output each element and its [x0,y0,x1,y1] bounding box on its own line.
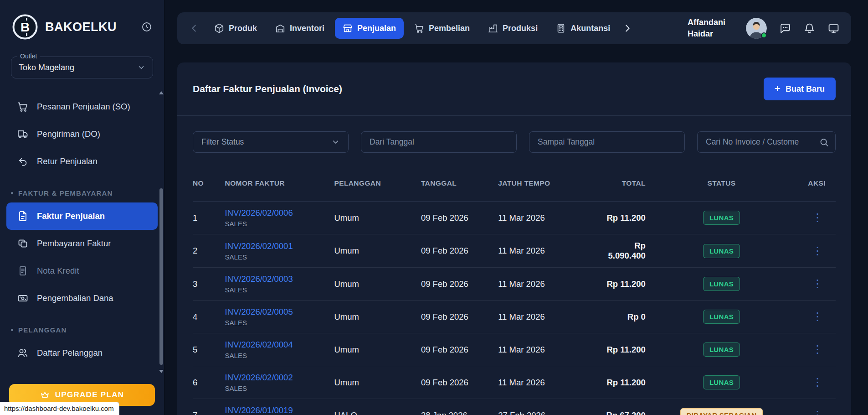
sidebar-item-retur-penjualan[interactable]: Retur Penjualan [6,148,158,175]
cell-customer: Umum [334,366,421,399]
invoice-type: SALES [225,352,334,359]
invoice-list-card: Daftar Faktur Penjualan (Invoice) + Buat… [177,62,851,415]
bell-icon[interactable] [804,23,815,34]
cell-actions: ⋮ [787,234,836,268]
status-bar-url: https://dashboard-dev.bakoelku.com [0,402,119,415]
nav-item-akuntansi[interactable]: Akuntansi [548,18,618,39]
sidebar-item-pembayaran-faktur[interactable]: Pembayaran Faktur [6,230,158,257]
cell-actions: ⋮ [787,301,836,333]
sidebar-item-faktur-penjualan[interactable]: Faktur Penjualan [6,202,158,230]
scrollbar-thumb[interactable] [159,188,163,365]
return-icon [17,156,28,167]
topbar: ProdukInventoriPenjualanPembelianProduks… [177,12,851,44]
invoice-link[interactable]: INV/2026/02/0002 [225,373,293,382]
nav-item-inventori[interactable]: Inventori [267,18,332,39]
page-title: Daftar Faktur Penjualan (Invoice) [193,83,342,94]
row-actions-button[interactable]: ⋮ [809,377,826,388]
sidebar-item-nota-kredit[interactable]: Nota Kredit [6,257,158,285]
truck-icon [17,129,28,140]
history-icon[interactable] [141,21,152,32]
avatar[interactable] [746,18,767,39]
invoice-link[interactable]: INV/2026/02/0006 [225,208,293,218]
invoice-link[interactable]: INV/2026/02/0004 [225,340,293,349]
sidebar-item-label: Pengiriman (DO) [37,129,100,139]
monitor-icon[interactable] [828,23,839,34]
invoice-link[interactable]: INV/2026/02/0005 [225,307,293,316]
cell-date: 09 Feb 2026 [421,366,498,399]
row-actions-button[interactable]: ⋮ [809,278,826,289]
sidebar-item-label: Retur Penjualan [37,156,98,166]
sidebar-item-pengembalian-dana[interactable]: Pengembalian Dana [6,285,158,312]
scroll-down-arrow-icon[interactable] [159,370,164,373]
sidebar-item-daftar-pelanggan[interactable]: Daftar Pelanggan [6,339,158,367]
invoice-row: 4INV/2026/02/0005SALESUmum09 Feb 202611 … [193,301,836,333]
invoice-link[interactable]: INV/2026/02/0001 [225,241,293,251]
create-invoice-button[interactable]: + Buat Baru [764,78,836,100]
payment-icon [17,238,28,249]
row-actions-button[interactable]: ⋮ [809,311,826,322]
app-root: B BAKOELKU Outlet Toko Magelang Pesanan … [0,0,868,415]
row-actions-button[interactable]: ⋮ [809,245,826,256]
section-bullet-icon [11,192,13,194]
sidebar-item-pesanan-penjualan-so[interactable]: Pesanan Penjualan (SO) [6,93,158,120]
chat-icon[interactable] [780,23,791,34]
nav-item-produk[interactable]: Produk [206,18,265,39]
cell-no: 4 [193,301,225,333]
status-badge: LUNAS [703,375,740,389]
sidebar-scrollbar[interactable] [159,91,164,373]
sidebar-menu: Pesanan Penjualan (SO)Pengiriman (DO)Ret… [0,93,164,367]
invoice-type: SALES [225,319,334,327]
invoice-row: 2INV/2026/02/0001SALESUmum09 Feb 202611 … [193,234,836,268]
cell-status: LUNAS [656,333,787,366]
date-to-input[interactable] [529,131,685,153]
search-field [697,131,836,153]
search-input[interactable] [697,131,836,153]
main-area: ProdukInventoriPenjualanPembelianProduks… [164,0,868,415]
chevron-down-icon [137,63,145,72]
row-actions-button[interactable]: ⋮ [809,410,826,415]
svg-text:B: B [21,20,30,34]
column-header-status: STATUS [656,171,787,202]
cell-actions: ⋮ [787,366,836,399]
sidebar-item-pengiriman-do[interactable]: Pengiriman (DO) [6,120,158,148]
sidebar: B BAKOELKU Outlet Toko Magelang Pesanan … [0,0,164,415]
invoice-link[interactable]: INV/2026/02/0003 [225,274,293,284]
cell-no: 7 [193,399,225,415]
cell-total: Rp 11.200 [595,268,656,301]
row-actions-button[interactable]: ⋮ [809,212,826,223]
brand-logo-icon: B [12,14,38,40]
refund-icon [17,293,28,304]
cell-no: 2 [193,234,225,268]
status-filter-select[interactable]: Filter Status [193,131,349,153]
column-header-jatuh-tempo: JATUH TEMPO [498,171,595,202]
cell-due-date: 11 Mar 2026 [498,366,595,399]
nav-item-label: Penjualan [357,24,396,33]
column-header-tanggal: TANGGAL [421,171,498,202]
column-header-pelanggan: PELANGGAN [334,171,421,202]
date-from-input[interactable] [361,131,517,153]
outlet-selector[interactable]: Outlet Toko Magelang [11,57,153,78]
cell-due-date: 11 Mar 2026 [498,333,595,366]
cell-date: 09 Feb 2026 [421,202,498,234]
column-header-aksi: AKSI [787,171,836,202]
row-actions-button[interactable]: ⋮ [809,344,826,355]
sidebar-item-label: Pesanan Penjualan (SO) [37,102,130,112]
nav-item-label: Produk [229,24,257,33]
cell-status: LUNAS [656,301,787,333]
nav-item-label: Pembelian [429,24,470,33]
sidebar-section-faktur-pembayaran: FAKTUR & PEMBAYARAN [6,188,158,198]
nav-prev-icon[interactable] [189,23,199,33]
nav-item-pembelian[interactable]: Pembelian [406,18,478,39]
cell-status: LUNAS [656,234,787,268]
nav-item-penjualan[interactable]: Penjualan [335,18,404,39]
nav-next-icon[interactable] [622,23,632,33]
scroll-up-arrow-icon[interactable] [159,91,164,94]
create-invoice-label: Buat Baru [786,84,825,94]
cell-no: 5 [193,333,225,366]
cell-customer: HALO [334,399,421,415]
invoice-link[interactable]: INV/2026/01/0019 [225,405,293,415]
nav-item-label: Akuntansi [570,24,610,33]
nav-item-produksi[interactable]: Produksi [480,18,545,39]
sidebar-item-label: Daftar Pelanggan [37,348,103,358]
cell-total: Rp 11.200 [595,366,656,399]
